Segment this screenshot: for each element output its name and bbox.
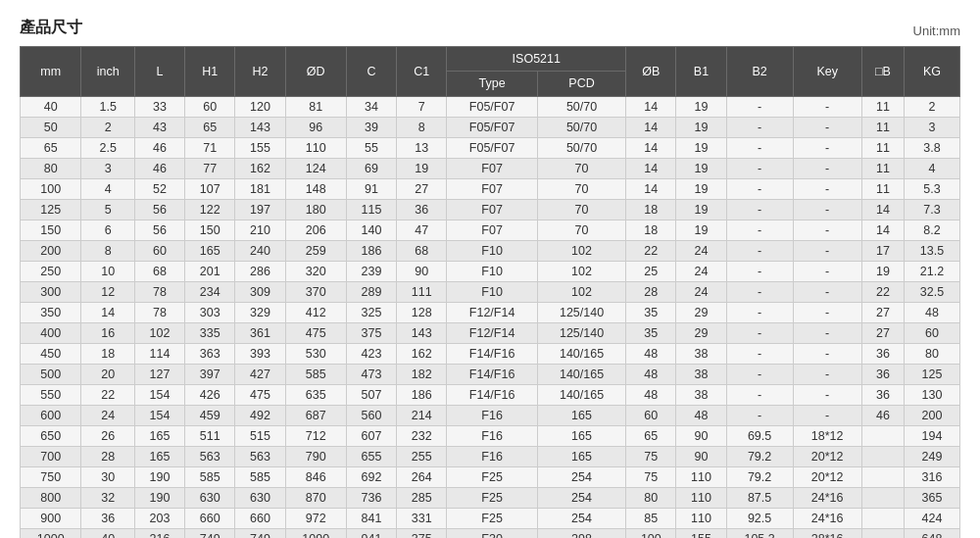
table-cell: 48 (905, 302, 960, 322)
table-cell: 203 (134, 508, 184, 528)
table-cell: - (793, 302, 861, 322)
table-cell: - (793, 96, 861, 117)
table-cell: 36 (861, 364, 904, 384)
table-cell: F14/F16 (447, 364, 538, 384)
table-cell: 80 (905, 343, 960, 364)
table-cell: F16 (447, 446, 538, 466)
table-cell: 530 (285, 343, 346, 364)
table-cell: 254 (537, 508, 625, 528)
table-cell: 285 (397, 487, 447, 508)
table-cell: 70 (537, 220, 625, 240)
table-cell: 69.5 (726, 425, 793, 446)
table-cell: 50/70 (537, 96, 625, 117)
table-row: 55022154426475635507186F14/F16140/165483… (21, 384, 960, 405)
table-cell: 24 (81, 405, 135, 425)
table-cell: 2 (905, 96, 960, 117)
table-cell: 232 (397, 425, 447, 446)
table-cell: - (726, 117, 793, 137)
table-cell: 87.5 (726, 487, 793, 508)
table-cell: 46 (134, 158, 184, 178)
table-cell: 92.5 (726, 508, 793, 528)
table-cell: 26 (81, 425, 135, 446)
table-cell: 150 (21, 220, 81, 240)
table-cell: 239 (346, 261, 396, 281)
table-cell: 19 (861, 261, 904, 281)
table-cell: 162 (235, 158, 285, 178)
table-cell: 91 (346, 178, 396, 199)
table-cell: 4 (905, 158, 960, 178)
col-pcd: PCD (537, 72, 625, 96)
table-cell: 585 (185, 466, 235, 487)
table-cell: 750 (21, 466, 81, 487)
table-cell: - (793, 137, 861, 158)
table-cell: 68 (397, 240, 447, 261)
table-row: 15065615021020614047F07701819--148.2 (21, 220, 960, 240)
page-title: 產品尺寸 (20, 18, 82, 38)
table-cell: 18 (81, 343, 135, 364)
table-cell: F14/F16 (447, 343, 538, 364)
col-H2: H2 (235, 47, 285, 97)
table-cell: 20*12 (793, 466, 861, 487)
col-B2: B2 (726, 47, 793, 97)
table-cell: 71 (185, 137, 235, 158)
table-cell (861, 528, 904, 538)
table-cell: 563 (235, 446, 285, 466)
table-cell: 197 (235, 199, 285, 220)
table-cell: 182 (397, 364, 447, 384)
table-cell: 585 (285, 364, 346, 384)
table-cell: 154 (134, 405, 184, 425)
table-cell: 69 (346, 158, 396, 178)
table-cell: 114 (134, 343, 184, 364)
table-cell: 81 (285, 96, 346, 117)
table-cell: 563 (185, 446, 235, 466)
table-cell: 19 (397, 158, 447, 178)
table-cell: 2 (81, 117, 135, 137)
table-cell: 100 (21, 178, 81, 199)
table-cell: 3.8 (905, 137, 960, 158)
table-row: 250106820128632023990F101022524--1921.2 (21, 261, 960, 281)
table-cell: 77 (185, 158, 235, 178)
table-cell: 11 (861, 178, 904, 199)
table-cell: - (793, 117, 861, 137)
table-cell: 412 (285, 302, 346, 322)
table-cell: 110 (285, 137, 346, 158)
table-cell: 60 (134, 240, 184, 261)
table-cell: 28 (81, 446, 135, 466)
table-cell: 426 (185, 384, 235, 405)
table-cell: F25 (447, 466, 538, 487)
table-cell: 65 (185, 117, 235, 137)
table-cell: 18 (626, 199, 676, 220)
table-row: 70028165563563790655255F16165759079.220*… (21, 446, 960, 466)
table-cell: 24*16 (793, 508, 861, 528)
table-cell: 190 (134, 487, 184, 508)
table-cell: 475 (235, 384, 285, 405)
table-cell: 16 (81, 322, 135, 343)
table-cell: 13.5 (905, 240, 960, 261)
table-cell: 450 (21, 343, 81, 364)
table-cell: - (793, 158, 861, 178)
table-cell: - (726, 322, 793, 343)
table-cell: F12/F14 (447, 322, 538, 343)
table-cell: 254 (537, 487, 625, 508)
table-cell: 585 (235, 466, 285, 487)
table-cell: 60 (905, 322, 960, 343)
table-cell (861, 508, 904, 528)
table-cell: 5 (81, 199, 135, 220)
table-row: 20086016524025918668F101022224--1713.5 (21, 240, 960, 261)
table-cell: 19 (676, 158, 726, 178)
table-cell: 36 (397, 199, 447, 220)
table-cell: 125/140 (537, 322, 625, 343)
table-cell: 19 (676, 117, 726, 137)
table-cell: 511 (185, 425, 235, 446)
table-cell: 249 (905, 446, 960, 466)
table-cell: 34 (346, 96, 396, 117)
table-cell: 90 (676, 425, 726, 446)
table-cell: 22 (81, 384, 135, 405)
table-cell: 125 (905, 364, 960, 384)
table-cell: 40 (21, 96, 81, 117)
dimensions-table: mm inch L H1 H2 ØD C C1 ISO5211 ØB B1 B2… (20, 46, 960, 538)
table-cell: 50/70 (537, 117, 625, 137)
table-cell: 122 (185, 199, 235, 220)
table-cell: 316 (905, 466, 960, 487)
table-cell: F25 (447, 487, 538, 508)
